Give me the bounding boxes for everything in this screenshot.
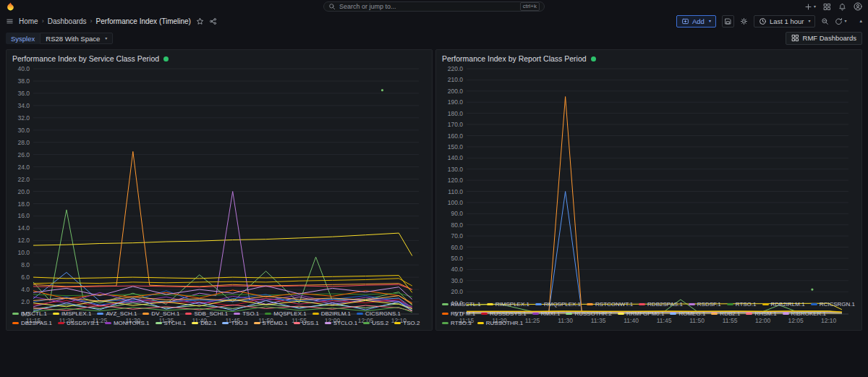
zoom-out-button[interactable] [821,17,829,25]
time-range-picker[interactable]: Last 1 hour ▾ [754,15,816,27]
legend-item[interactable]: RHSM.1 [746,310,776,318]
user-avatar[interactable] [854,2,862,11]
legend-item[interactable]: SDB_SCHI.1 [185,310,228,318]
legend-item[interactable]: RMXI.1 [532,310,561,318]
legend-item[interactable]: DB2IRLM.1 [312,310,351,318]
legend-item[interactable]: USS.2 [363,319,388,327]
svg-text:120.0: 120.0 [448,177,464,184]
legend-item[interactable]: RUSSDSYS.1 [481,310,527,318]
legend-item[interactable]: RVTFM.1 [442,310,475,318]
legend-item[interactable]: USS.1 [294,319,319,327]
breadcrumb-home[interactable]: Home [19,17,38,25]
dashboard-settings-button[interactable] [740,17,748,25]
legend-item[interactable]: IMSPLEX.1 [53,310,91,318]
svg-text:30.0: 30.0 [451,277,463,284]
legend-series-name: TSO.3 [231,319,247,327]
chart-legend: IMSCTL.1IMSPLEX.1AVZ_SCH.1DV_SCH.1SDB_SC… [12,310,426,327]
legend-item[interactable]: RIMSPLEX.1 [487,300,529,308]
legend-item[interactable]: IMSCTL.1 [12,310,47,318]
legend-item[interactable]: USSDSYS.1 [58,319,99,327]
legend-item[interactable]: AVZ_SCH.1 [97,310,137,318]
legend-series-name: RCICSRGN.1 [820,300,855,308]
rmf-dashboards-link-button[interactable]: RMF Dashboards [786,32,862,45]
legend-item[interactable]: RTSO.1 [727,300,757,308]
svg-text:6.0: 6.0 [21,274,30,281]
panel-add-icon [681,17,689,25]
notifications-button[interactable] [838,3,846,11]
legend-item[interactable]: RMQSPLEX.1 [535,300,581,308]
collapse-topbar-button[interactable]: ▴ [859,18,862,24]
legend-series-name: IMSPLEX.1 [61,310,91,318]
legend-item[interactable]: RIMSCTL.1 [442,300,481,308]
legend-item[interactable]: STCLO.1 [325,319,357,327]
legend-item[interactable]: MONITORS.1 [105,319,150,327]
save-dashboard-button[interactable] [722,15,734,27]
variable-value-dropdown[interactable]: RS28 With Space ▾ [40,33,113,44]
timeseries-plot[interactable]: 0.010.020.030.040.050.060.070.080.090.01… [442,64,856,326]
svg-text:22.0: 22.0 [17,176,30,183]
legend-item[interactable]: RSDSF.1 [689,300,721,308]
legend-item[interactable]: RUSSOTHR.2 [566,310,612,318]
legend-item[interactable]: MQSPLEX.1 [265,310,306,318]
legend-item[interactable]: STCMD.1 [254,319,288,327]
legend-item[interactable]: TSO.2 [394,319,420,327]
timeseries-chart[interactable]: 0.010.020.030.040.050.060.070.080.090.01… [442,64,856,299]
svg-text:32.0: 32.0 [17,114,30,122]
legend-series-name: STCLO.1 [333,319,357,327]
svg-text:50.0: 50.0 [451,255,463,262]
legend-series-marker [234,313,240,315]
legend-item[interactable]: RSTCONWT.1 [587,300,633,308]
legend-item[interactable]: RRMFGPM0.1 [618,310,664,318]
legend-series-name: RUSSDSYS.1 [490,310,527,318]
legend-item[interactable]: DV_SCH.1 [142,310,179,318]
panel-title: Performance Index by Service Class Perio… [12,54,159,63]
svg-text:20.0: 20.0 [17,188,30,195]
favorite-star-button[interactable] [196,17,204,25]
legend-series-name: RTSO.1 [736,300,757,308]
legend-item[interactable]: CICSRGNS.1 [357,310,401,318]
timeseries-plot[interactable]: 0.02.04.06.08.010.012.014.016.018.020.02… [12,64,426,326]
new-menu-button[interactable]: ▾ [804,3,816,11]
legend-item[interactable]: RTSO.3 [442,319,472,327]
grafana-logo[interactable] [6,2,15,12]
legend-series-marker [477,322,484,324]
legend-series-marker [587,303,593,305]
chevron-down-icon: ▾ [709,19,711,23]
panel-report-class-period: Performance Index by Report Class Period… [435,49,862,331]
legend-item[interactable]: RIBROKER.1 [783,310,826,318]
refresh-button[interactable]: ▾ [835,17,846,25]
legend-series-name: RUSSOTHR.2 [574,310,612,318]
legend-series-marker [442,303,448,305]
panel-header[interactable]: Performance Index by Report Class Period [442,53,856,64]
legend-series-marker [222,322,229,324]
legend-item[interactable]: STCHI.1 [156,319,187,327]
legend-item[interactable]: RCICSRGN.1 [811,300,855,308]
legend-series-name: RRMFGPM0.1 [626,310,664,318]
legend-item[interactable]: DB2SPAS.1 [12,319,52,327]
legend-item[interactable]: RDB2SPAS.1 [639,300,683,308]
chevron-down-icon: ▾ [808,19,810,23]
legend-item[interactable]: TSO.1 [234,310,259,318]
health-ok-dot [163,56,169,62]
breadcrumb-dashboards[interactable]: Dashboards [48,17,87,25]
legend-series-name: USSDSYS.1 [67,319,99,327]
legend-series-marker [156,322,162,324]
share-button[interactable] [209,17,217,25]
legend-item[interactable]: ROMEG.1 [670,310,705,318]
legend-item[interactable]: RUSSOTHR.1 [477,319,524,327]
search-input[interactable]: Search or jump to... ctrl+k [323,1,545,12]
legend-series-marker [442,322,448,324]
legend-item[interactable]: RDB2.1 [711,310,740,318]
legend-item[interactable]: DB2.1 [192,319,216,327]
legend-series-marker [142,313,149,315]
legend-item[interactable]: TSO.3 [222,319,247,327]
refresh-icon [835,17,843,25]
mega-menu-toggle[interactable] [6,17,14,25]
apps-menu-button[interactable] [823,3,831,11]
add-panel-button[interactable]: Add ▾ [676,15,716,27]
timeseries-chart[interactable]: 0.02.04.06.08.010.012.014.016.018.020.02… [12,64,426,308]
panel-header[interactable]: Performance Index by Service Class Perio… [12,53,426,64]
legend-series-marker [535,303,542,305]
breadcrumb-current-dashboard: Performance Index (Timeline) [96,17,191,25]
legend-item[interactable]: RDB2IRLM.1 [762,300,805,308]
